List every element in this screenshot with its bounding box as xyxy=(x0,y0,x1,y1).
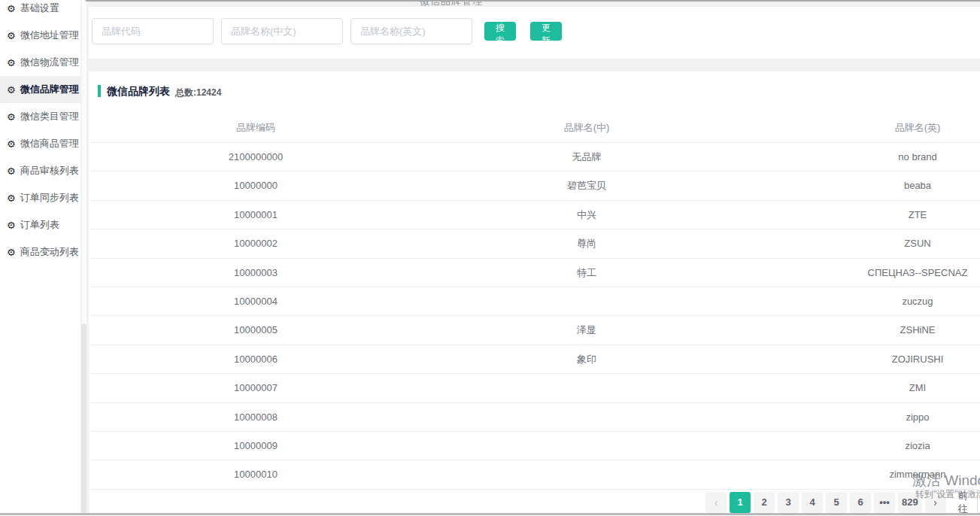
table-cell: 10000010 xyxy=(90,460,421,488)
table-cell: 特工 xyxy=(421,259,752,287)
sidebar-item-微信类目管理[interactable]: ⚙微信类目管理 xyxy=(0,103,80,130)
update-button[interactable]: 更新 xyxy=(530,22,562,41)
table-cell: 10000002 xyxy=(90,229,421,257)
vertical-scrollbar-thumb[interactable] xyxy=(81,323,86,513)
table-cell: 10000006 xyxy=(90,345,421,373)
pagination-page-3[interactable]: 3 xyxy=(778,492,799,513)
table-cell: 10000000 xyxy=(90,171,421,199)
table-cell: 2100000000 xyxy=(90,143,421,171)
table-row: 10000002尊尚ZSUN xyxy=(90,229,980,258)
sidebar-item-商品审核列表[interactable]: ⚙商品审核列表 xyxy=(0,157,80,184)
sidebar: ⚙基础设置⚙微信地址管理⚙微信物流管理⚙微信品牌管理⚙微信类目管理⚙微信商品管理… xyxy=(0,0,80,516)
table-cell: zuczug xyxy=(752,287,980,315)
sidebar-item-label: 基础设置 xyxy=(20,2,59,15)
sidebar-item-label: 订单同步列表 xyxy=(20,191,79,205)
table-header-row: 品牌编码品牌名(中)品牌名(英) xyxy=(90,113,980,143)
table-row: 10000006象印ZOJIRUSHI xyxy=(90,345,980,374)
goto-page-input[interactable] xyxy=(977,492,980,513)
table-row: 10000004zuczug xyxy=(90,287,980,316)
gear-icon: ⚙ xyxy=(7,111,16,123)
sidebar-item-微信商品管理[interactable]: ⚙微信商品管理 xyxy=(0,130,80,157)
gear-icon: ⚙ xyxy=(7,84,16,96)
sidebar-item-label: 商品审核列表 xyxy=(20,164,79,178)
pagination-next-button[interactable]: › xyxy=(925,492,946,513)
table-cell: 碧芭宝贝 xyxy=(421,171,752,199)
table-cell: 10000008 xyxy=(90,403,421,431)
sidebar-item-label: 订单列表 xyxy=(20,218,59,232)
pagination-page-6[interactable]: 6 xyxy=(850,492,871,513)
table-row: 10000000碧芭宝贝beaba xyxy=(90,171,980,200)
sidebar-item-微信品牌管理[interactable]: ⚙微信品牌管理 xyxy=(0,76,80,103)
gear-icon: ⚙ xyxy=(7,193,16,204)
table-cell xyxy=(421,460,752,488)
table-cell: 尊尚 xyxy=(421,229,752,257)
sidebar-item-label: 微信类目管理 xyxy=(20,110,79,123)
pagination-page-1[interactable]: 1 xyxy=(730,492,751,513)
pagination-page-4[interactable]: 4 xyxy=(802,492,823,513)
table-cell xyxy=(421,432,752,460)
table-cell: 中兴 xyxy=(421,201,752,229)
brand-code-input[interactable] xyxy=(92,18,214,44)
table-cell: СПЕЦНАЗ--SPECNAZ xyxy=(752,259,980,287)
brand-name-en-input[interactable] xyxy=(350,18,472,44)
table-cell xyxy=(421,403,752,431)
table-cell: zippo xyxy=(752,403,980,431)
table-body: 2100000000无品牌no brand10000000碧芭宝贝beaba10… xyxy=(90,143,980,490)
sidebar-item-订单列表[interactable]: ⚙订单列表 xyxy=(0,211,80,238)
pagination-pages: 123456•••829 xyxy=(730,492,922,513)
table-row: 10000007ZMI xyxy=(90,374,980,402)
sidebar-item-label: 商品变动列表 xyxy=(20,245,79,259)
gear-icon: ⚙ xyxy=(7,220,16,231)
column-header: 品牌名(中) xyxy=(421,113,752,142)
gear-icon: ⚙ xyxy=(7,3,16,14)
sidebar-item-基础设置[interactable]: ⚙基础设置 xyxy=(0,0,80,22)
sidebar-item-label: 微信商品管理 xyxy=(20,137,79,150)
table-row: 10000008zippo xyxy=(90,403,980,432)
table-row: 10000010zimmermann xyxy=(90,460,980,489)
gear-icon: ⚙ xyxy=(7,138,16,150)
table-cell: ZTE xyxy=(752,201,980,229)
sidebar-item-订单同步列表[interactable]: ⚙订单同步列表 xyxy=(0,184,80,211)
gear-icon: ⚙ xyxy=(7,57,16,68)
table-cell: ZSHiNE xyxy=(752,316,980,344)
table-row: 10000005泽显ZSHiNE xyxy=(90,316,980,345)
sidebar-item-微信地址管理[interactable]: ⚙微信地址管理 xyxy=(0,22,80,49)
pagination-page-2[interactable]: 2 xyxy=(754,492,775,513)
brand-name-cn-input[interactable] xyxy=(221,18,343,44)
gear-icon: ⚙ xyxy=(7,165,16,177)
clipped-page-header-text: 微信品牌管理 xyxy=(420,2,548,7)
table-cell: 10000007 xyxy=(90,374,421,402)
pagination: ‹ 123456•••829 › 前往 xyxy=(705,492,980,513)
table-cell: 10000004 xyxy=(90,287,421,315)
list-total-count: 总数:12424 xyxy=(175,87,221,99)
brand-list-panel: 微信品牌列表 总数:12424 品牌编码品牌名(中)品牌名(英) 2100000… xyxy=(89,71,980,516)
table-cell: 10000009 xyxy=(90,432,421,460)
table-row: 10000001中兴ZTE xyxy=(90,201,980,229)
column-header: 品牌编码 xyxy=(90,113,421,142)
table-cell: beaba xyxy=(752,171,980,199)
table-cell: 10000003 xyxy=(90,259,421,287)
sidebar-item-label: 微信物流管理 xyxy=(20,56,79,69)
table-cell: zimmermann xyxy=(752,460,980,488)
column-header: 品牌名(英) xyxy=(752,113,980,142)
pagination-page-829[interactable]: 829 xyxy=(898,492,922,513)
table-cell: no brand xyxy=(752,143,980,171)
table-cell xyxy=(421,374,752,402)
search-button[interactable]: 搜索 xyxy=(484,22,516,41)
gear-icon: ⚙ xyxy=(7,247,16,258)
sidebar-item-label: 微信地址管理 xyxy=(20,29,79,42)
sidebar-item-微信物流管理[interactable]: ⚙微信物流管理 xyxy=(0,49,80,76)
table-cell: 无品牌 xyxy=(421,143,752,171)
sidebar-item-商品变动列表[interactable]: ⚙商品变动列表 xyxy=(0,238,80,266)
pagination-page-5[interactable]: 5 xyxy=(826,492,847,513)
table-cell: ziozia xyxy=(752,432,980,460)
pagination-ellipsis[interactable]: ••• xyxy=(874,492,895,513)
pagination-prev-button[interactable]: ‹ xyxy=(705,492,727,513)
table-cell: 10000001 xyxy=(90,201,421,229)
table-row: 10000009ziozia xyxy=(90,432,980,460)
table-cell: 象印 xyxy=(421,345,752,373)
table-cell: ZMI xyxy=(752,374,980,402)
title-accent-bar xyxy=(98,85,101,97)
table-row: 2100000000无品牌no brand xyxy=(90,143,980,171)
goto-page-label: 前往 xyxy=(958,489,968,516)
